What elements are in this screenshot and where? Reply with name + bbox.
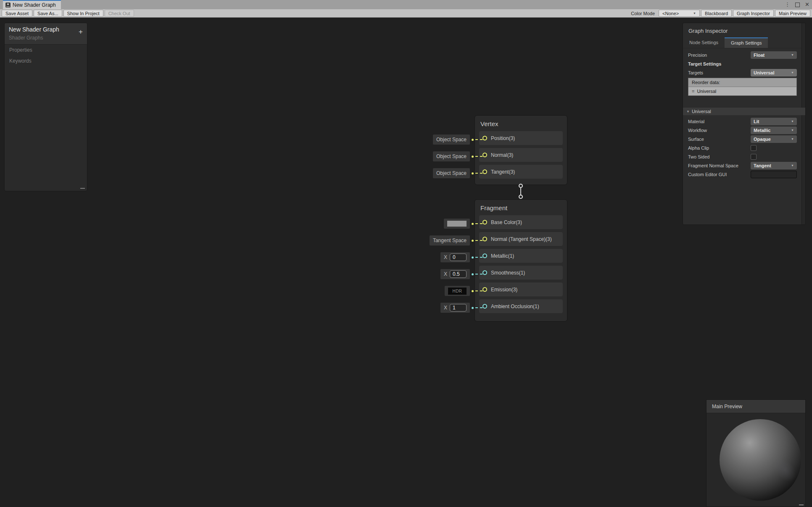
chevron-down-icon: ▼ <box>693 12 696 15</box>
port-emission-icon[interactable] <box>482 287 487 292</box>
alpha-clip-checkbox[interactable] <box>751 145 757 151</box>
port-base-color-icon[interactable] <box>482 220 487 224</box>
vertex-slot-position[interactable]: Position(3) <box>479 131 563 145</box>
fragment-slot-normal-ts[interactable]: Normal (Tangent Space)(3) <box>479 232 563 246</box>
color-mode-dropdown[interactable]: <None> ▼ <box>659 10 700 17</box>
save-asset-button[interactable]: Save Asset <box>2 10 32 17</box>
fragment-normal-space-value: Tangent <box>754 163 771 168</box>
material-dropdown[interactable]: Lit ▼ <box>751 118 797 125</box>
window-menu-icon[interactable]: ⋮ <box>785 0 790 9</box>
title-bar: New Shader Graph ⋮ ✕ <box>0 0 812 9</box>
blackboard-section-keywords[interactable]: Keywords <box>5 55 87 66</box>
show-in-project-button[interactable]: Show In Project <box>63 10 103 17</box>
graph-inspector-title: Graph Inspector <box>683 23 805 37</box>
inspector-body: Precision Float ▼ Target Settings Target… <box>683 48 805 181</box>
fragment-slot-ambient-occlusion[interactable]: Ambient Occlusion(1) <box>479 299 563 313</box>
close-icon[interactable]: ✕ <box>805 0 809 9</box>
emission-color-picker[interactable]: HDR <box>445 286 470 296</box>
port-metallic-icon[interactable] <box>482 253 487 258</box>
port-normal-ts-icon[interactable] <box>482 237 487 241</box>
two-sided-row: Two Sided <box>688 152 797 161</box>
port-base-color-label: Base Color(3) <box>491 219 522 225</box>
targets-dropdown[interactable]: Universal ▼ <box>751 69 797 77</box>
ambient-occlusion-value-input[interactable]: 1 <box>450 304 467 312</box>
check-out-button: Check Out <box>105 10 134 17</box>
graph-canvas[interactable]: New Shader Graph Shader Graphs + Propert… <box>0 18 812 507</box>
vertex-node[interactable]: Vertex Position(3) Normal(3) Tangent(3) <box>475 115 567 185</box>
port-position-icon[interactable] <box>482 136 487 140</box>
surface-dropdown[interactable]: Opaque ▼ <box>751 135 797 143</box>
fragment-normal-space-dropdown[interactable]: Tangent ▼ <box>751 162 797 169</box>
save-as-button[interactable]: Save As... <box>34 10 62 17</box>
fragment-normal-space-row: Fragment Normal Space Tangent ▼ <box>688 161 797 170</box>
port-tangent-icon[interactable] <box>482 169 487 174</box>
blackboard-toggle-button[interactable]: Blackboard <box>701 10 732 17</box>
maximize-icon[interactable] <box>795 3 800 7</box>
base-color-picker[interactable] <box>444 219 470 229</box>
reorder-header: Reorder data: <box>688 78 796 87</box>
tab-new-shader-graph[interactable]: New Shader Graph <box>3 0 61 9</box>
tab-graph-settings[interactable]: Graph Settings <box>725 37 768 48</box>
vertex-slot-tangent[interactable]: Tangent(3) <box>479 165 563 179</box>
chevron-down-icon: ▼ <box>791 137 794 140</box>
position-space-widget: Object Space <box>433 135 482 145</box>
target-settings-row: Target Settings <box>688 59 797 68</box>
port-ambient-occlusion-label: Ambient Occlusion(1) <box>491 304 539 309</box>
add-property-button[interactable]: + <box>79 29 83 35</box>
blackboard-subtitle: Shader Graphs <box>9 35 83 41</box>
fragment-slot-base-color[interactable]: Base Color(3) <box>479 215 563 229</box>
color-swatch[interactable] <box>447 221 467 227</box>
normal-space-value: Object Space <box>436 153 467 159</box>
tangent-space-value: Object Space <box>436 170 467 176</box>
universal-foldout-label: Universal <box>692 109 711 114</box>
port-ambient-occlusion-icon[interactable] <box>482 304 487 309</box>
universal-foldout[interactable]: ▼ Universal <box>683 108 805 115</box>
position-space-dropdown[interactable]: Object Space <box>433 135 470 145</box>
custom-editor-gui-label: Custom Editor GUI <box>688 172 751 177</box>
fragment-slot-emission[interactable]: Emission(3) <box>479 283 563 296</box>
vertex-slot-normal[interactable]: Normal(3) <box>479 148 563 162</box>
edge-dot <box>472 156 474 158</box>
preview-resize-handle[interactable] <box>799 504 804 505</box>
normal-space-widget: Object Space <box>433 151 482 161</box>
smoothness-value-input[interactable]: 0.5 <box>450 270 467 278</box>
preview-sphere[interactable] <box>720 419 801 501</box>
chevron-down-icon: ▼ <box>791 164 794 167</box>
blackboard-section-properties[interactable]: Properties <box>5 45 87 55</box>
fragment-slot-metallic[interactable]: Metallic(1) <box>479 249 563 263</box>
port-normal-icon[interactable] <box>482 153 487 157</box>
toolbar: Save Asset Save As... Show In Project Ch… <box>0 9 812 18</box>
vertex-node-title: Vertex <box>475 116 567 131</box>
workflow-label: Workflow <box>688 128 751 133</box>
edge-dash <box>475 139 482 140</box>
tab-label: New Shader Graph <box>13 2 56 8</box>
tangent-space-dropdown[interactable]: Object Space <box>433 168 470 178</box>
normal-ts-widget: Tangent Space <box>430 235 482 246</box>
workflow-dropdown[interactable]: Metallic ▼ <box>751 127 797 134</box>
custom-editor-gui-input[interactable] <box>751 171 797 178</box>
port-smoothness-icon[interactable] <box>482 270 487 275</box>
drag-handle-icon[interactable]: = <box>692 89 694 94</box>
vertex-out-port-icon[interactable] <box>519 184 523 188</box>
normal-ts-space-dropdown[interactable]: Tangent Space <box>430 235 470 246</box>
fragment-slot-smoothness[interactable]: Smoothness(1) <box>479 266 563 280</box>
metallic-value-input[interactable]: 0 <box>450 253 467 261</box>
normal-space-dropdown[interactable]: Object Space <box>433 151 470 161</box>
edge-dash <box>475 307 482 308</box>
two-sided-checkbox[interactable] <box>751 154 757 160</box>
material-value: Lit <box>754 119 759 124</box>
edge-dash <box>475 223 482 224</box>
reorder-item-universal[interactable]: = Universal <box>688 87 796 95</box>
alpha-clip-label: Alpha Clip <box>688 145 751 151</box>
tab-node-settings[interactable]: Node Settings <box>683 37 725 48</box>
graph-inspector-toggle-button[interactable]: Graph Inspector <box>733 10 774 17</box>
precision-dropdown[interactable]: Float ▼ <box>751 51 797 59</box>
main-preview-toggle-button[interactable]: Main Preview <box>775 10 810 17</box>
color-mode-value: <None> <box>662 11 679 16</box>
fragment-in-port-icon[interactable] <box>519 195 523 199</box>
fragment-node[interactable]: Fragment Base Color(3) Normal (Tangent S… <box>475 199 567 322</box>
chevron-down-icon: ▼ <box>791 129 794 132</box>
custom-editor-gui-row: Custom Editor GUI <box>688 170 797 179</box>
blackboard-resize-handle[interactable] <box>80 188 85 189</box>
surface-value: Opaque <box>754 137 771 142</box>
